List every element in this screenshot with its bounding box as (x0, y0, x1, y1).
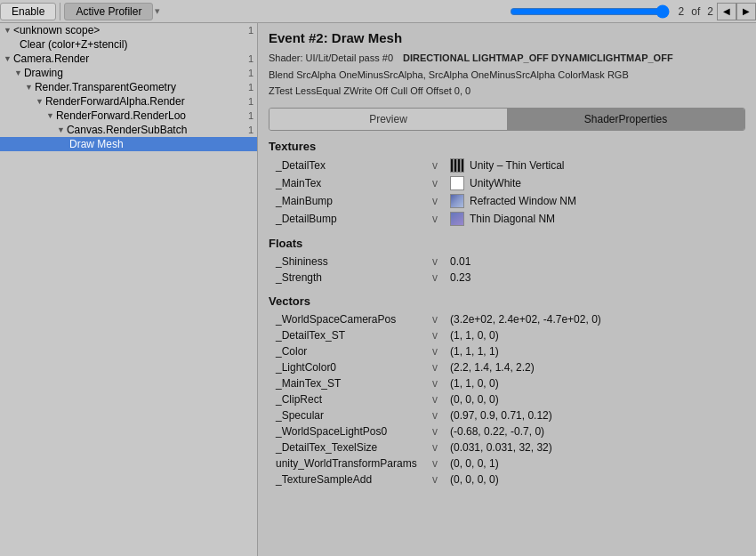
texture-label-detailbump: Thin Diagonal NM (470, 213, 555, 225)
float-row-shininess: _Shininess v 0.01 (269, 254, 745, 270)
tree-arrow: ▼ (46, 111, 54, 120)
vector-row: _DetailTex_ST v (1, 1, 0, 0) (269, 327, 745, 343)
vector-value: (0, 0, 0, 1) (446, 455, 745, 471)
toolbar-separator (60, 3, 60, 20)
tree-label: RenderForward.RenderLoo (56, 109, 245, 122)
tree-count: 1 (248, 53, 253, 64)
counter-total: 2 (707, 5, 713, 18)
vector-v: v (429, 343, 446, 359)
tree-item-drawing[interactable]: ▼ Drawing 1 (0, 66, 257, 80)
vector-name: _DetailTex_TexelSize (269, 439, 429, 455)
float-v-strength: v (429, 270, 446, 286)
active-profiler-button[interactable]: Active Profiler (64, 3, 153, 20)
tree-item-render-forward-alpha[interactable]: ▼ RenderForwardAlpha.Render 1 (0, 94, 257, 109)
tab-preview[interactable]: Preview (269, 109, 507, 130)
tree-count: 1 (248, 82, 253, 93)
texture-name-maintex: _MainTex (269, 174, 429, 192)
vector-v: v (429, 423, 446, 439)
prev-button[interactable]: ◀ (717, 3, 736, 20)
tree-arrow: ▼ (4, 26, 12, 35)
texture-label-detailtex: Unity – Thin Vertical (470, 159, 565, 172)
tree-item-render-forward-loo[interactable]: ▼ RenderForward.RenderLoo 1 (0, 109, 257, 123)
vector-value: (1, 1, 1, 1) (446, 343, 745, 359)
vector-v: v (429, 375, 446, 391)
toolbar: Enable Active Profiler ▾ 2 of 2 ◀ ▶ (0, 0, 756, 23)
vector-value: (0, 0, 0, 0) (446, 471, 745, 488)
floats-table: _Shininess v 0.01 _Strength v 0.23 (269, 254, 745, 286)
vector-v: v (429, 311, 446, 327)
left-panel: ▼ <unknown scope> 1 Clear (color+Z+stenc… (0, 23, 258, 556)
shader-line2: Blend SrcAlpha OneMinusSrcAlpha, SrcAlph… (269, 68, 745, 83)
tree-item-draw-mesh[interactable]: Draw Mesh (0, 137, 257, 151)
vector-value: (0.97, 0.9, 0.71, 0.12) (446, 407, 745, 423)
texture-name-detailbump: _DetailBump (269, 210, 429, 228)
texture-thumb-detailtex (450, 158, 464, 173)
tree-item-render-transparent[interactable]: ▼ Render.TransparentGeometry 1 (0, 80, 257, 94)
tree-arrow: ▼ (57, 125, 65, 134)
enable-button[interactable]: Enable (0, 3, 56, 20)
timeline-slider[interactable] (510, 4, 670, 19)
float-name-shininess: _Shininess (269, 254, 429, 270)
tree-count: 1 (248, 68, 253, 78)
vector-v: v (429, 359, 446, 375)
vector-v: v (429, 471, 446, 488)
shader-line1: Shader: UI/Lit/Detail pass #0 DIRECTIONA… (269, 51, 745, 66)
shader-line3: ZTest LessEqual ZWrite Off Cull Off Offs… (269, 84, 745, 99)
vector-row: _WorldSpaceLightPos0 v (-0.68, 0.22, -0.… (269, 423, 745, 439)
tree-label: Render.TransparentGeometry (35, 81, 245, 93)
tab-bar: Preview ShaderProperties (269, 108, 745, 131)
float-value-shininess: 0.01 (446, 254, 745, 270)
vector-row: _LightColor0 v (2.2, 1.4, 1.4, 2.2) (269, 359, 745, 375)
vector-row: _TextureSampleAdd v (0, 0, 0, 0) (269, 471, 745, 488)
vector-name: _ClipRect (269, 391, 429, 407)
tree-arrow: ▼ (25, 83, 33, 92)
vector-name: unity_WorldTransformParams (269, 455, 429, 471)
right-panel: Event #2: Draw Mesh Shader: UI/Lit/Detai… (258, 23, 756, 556)
texture-row-detailbump: _DetailBump v Thin Diagonal NM (269, 210, 745, 228)
main-content: ▼ <unknown scope> 1 Clear (color+Z+stenc… (0, 23, 756, 556)
tree-label: Camera.Render (13, 52, 245, 65)
vector-v: v (429, 407, 446, 423)
texture-thumb-maintex (450, 176, 464, 190)
tree-label: Canvas.RenderSubBatch (67, 124, 245, 136)
texture-name-mainbump: _MainBump (269, 192, 429, 210)
vector-value: (-0.68, 0.22, -0.7, 0) (446, 423, 745, 439)
vector-row: _MainTex_ST v (1, 1, 0, 0) (269, 375, 745, 391)
floats-section-title: Floats (269, 237, 745, 250)
tree-label: Draw Mesh (69, 138, 250, 150)
vector-row: _DetailTex_TexelSize v (0.031, 0.031, 32… (269, 439, 745, 455)
vector-name: _LightColor0 (269, 359, 429, 375)
vectors-table: _WorldSpaceCameraPos v (3.2e+02, 2.4e+02… (269, 311, 745, 488)
float-name-strength: _Strength (269, 270, 429, 286)
tree-label: RenderForwardAlpha.Render (45, 95, 245, 108)
texture-value-mainbump: Refracted Window NM (446, 192, 745, 210)
tree-label: Drawing (24, 67, 245, 79)
shader-prefix: Shader: UI/Lit/Detail pass #0 (269, 52, 393, 63)
textures-table: _DetailTex v Unity – Thin Vertical _Main… (269, 157, 745, 228)
vector-v: v (429, 439, 446, 455)
dropdown-arrow[interactable]: ▾ (155, 5, 160, 17)
tree-item-clear[interactable]: Clear (color+Z+stencil) (0, 37, 257, 52)
texture-value-detailtex: Unity – Thin Vertical (446, 157, 745, 174)
tree-item-canvas-render-sub[interactable]: ▼ Canvas.RenderSubBatch 1 (0, 123, 257, 137)
texture-value-maintex: UnityWhite (446, 174, 745, 192)
float-v-shininess: v (429, 254, 446, 270)
next-button[interactable]: ▶ (736, 3, 756, 20)
vector-value: (1, 1, 0, 0) (446, 375, 745, 391)
vector-row: _Specular v (0.97, 0.9, 0.71, 0.12) (269, 407, 745, 423)
vectors-section-title: Vectors (269, 294, 745, 308)
vector-name: _TextureSampleAdd (269, 471, 429, 488)
vector-row: _Color v (1, 1, 1, 1) (269, 343, 745, 359)
texture-row-maintex: _MainTex v UnityWhite (269, 174, 745, 192)
tree-item-unknown-scope[interactable]: ▼ <unknown scope> 1 (0, 23, 257, 37)
vector-value: (3.2e+02, 2.4e+02, -4.7e+02, 0) (446, 311, 745, 327)
texture-label-maintex: UnityWhite (470, 177, 521, 189)
vector-name: _MainTex_ST (269, 375, 429, 391)
tab-shader-properties[interactable]: ShaderProperties (507, 109, 744, 130)
tree-item-camera-render[interactable]: ▼ Camera.Render 1 (0, 52, 257, 66)
vector-value: (2.2, 1.4, 1.4, 2.2) (446, 359, 745, 375)
vector-row: _ClipRect v (0, 0, 0, 0) (269, 391, 745, 407)
texture-v-maintex: v (429, 174, 446, 192)
vector-name: _Specular (269, 407, 429, 423)
vector-value: (0, 0, 0, 0) (446, 391, 745, 407)
